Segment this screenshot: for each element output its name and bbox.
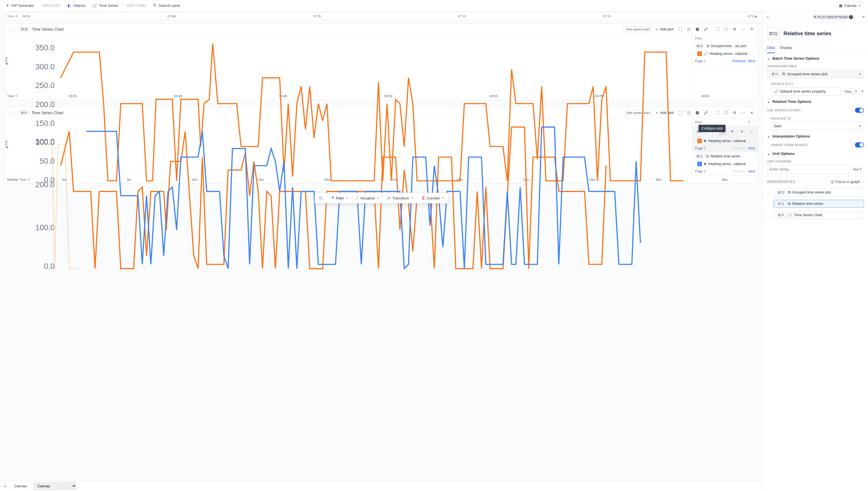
source-plot-type[interactable]: Time...▼ [842, 89, 859, 94]
edit-icon[interactable] [702, 25, 710, 33]
canvas-footer: ＋ Canvas Canvas [0, 481, 763, 491]
add-plot-button[interactable]: ＋Add plot [653, 26, 676, 33]
pager-prev[interactable]: Previous [733, 146, 746, 150]
add-tab-button[interactable]: ＋ [0, 481, 10, 491]
objects-button[interactable]: ◧ Objects [64, 2, 88, 9]
card-chip: $CM [19, 27, 30, 32]
use-source-extent-toggle[interactable] [855, 108, 864, 113]
edit-icon[interactable] [702, 109, 710, 117]
plot-series-row[interactable]: 1 ✥ Heading senso...national [692, 137, 758, 145]
inherit-source-toggle[interactable] [855, 142, 864, 147]
search-action[interactable] [315, 193, 327, 203]
pager-next[interactable]: Next [748, 169, 755, 173]
chart-title: Time Series Chart [32, 27, 64, 32]
plot-group-row[interactable]: $CS ⧉ Relative time series [692, 152, 758, 160]
plot-series-row[interactable]: 1 ✥ Heading senso...national [692, 160, 758, 168]
chevron-down-icon: ⌄ [767, 99, 770, 104]
close-icon[interactable]: ✕ [862, 15, 865, 19]
svg-point-16 [319, 197, 322, 199]
unit-type-select[interactable]: Text▼ [851, 167, 864, 172]
plot-group-row[interactable]: Configure plot $C... ⚙ 👁 ✕ ⌄ [692, 126, 758, 137]
tab-display[interactable]: Display [780, 42, 792, 53]
pager-next[interactable]: Next [748, 59, 755, 63]
section-unit[interactable]: ⌄Unit Options [767, 151, 864, 156]
time-series-icon: 📈 [92, 3, 97, 8]
width-icon[interactable]: ↔ [752, 120, 755, 124]
close-icon[interactable]: ✕ [748, 109, 756, 117]
close-icon[interactable]: ✕ [748, 25, 756, 33]
chart-plot-area[interactable]: ◀ 300.0200.0100.00.0 deg [5, 118, 692, 175]
canvas-tab[interactable]: Canvas [10, 481, 31, 491]
chevron-down-icon[interactable]: ⌄ [748, 127, 756, 136]
focus-in-graph[interactable]: ◎ Focus in graph ⌄ [831, 180, 864, 184]
configure-plot-tooltip: Configure plot [699, 125, 726, 132]
svg-text:200.0: 200.0 [35, 100, 55, 109]
eye-icon[interactable]: 👁 [728, 127, 736, 136]
dep-row[interactable]: ↑ $CO⧉Grouped time series plot [763, 187, 868, 198]
close-icon[interactable]: ✕ [738, 127, 746, 136]
search-icon [153, 3, 157, 8]
transform-table-select[interactable]: $CO ⧉ Grouped time series plot ▼ [767, 69, 864, 78]
group-icon: ⧉ [706, 154, 709, 158]
close-icon[interactable]: ✕ [861, 89, 864, 93]
ruler-next[interactable]: ▶ [754, 11, 758, 22]
tab-data[interactable]: Data [767, 42, 775, 53]
y-axis-label: deg [4, 57, 8, 62]
expand-icon[interactable]: ⛶ [713, 25, 722, 33]
chevron-down-icon: ⌄ [767, 134, 770, 138]
expand-icon[interactable]: ⛶ [713, 109, 722, 117]
dep-row[interactable]: $CQ⧉Relative time series [763, 198, 868, 209]
relative-to-select[interactable]: Start▼ [771, 122, 864, 130]
add-card-label: ADD CARD [124, 2, 149, 9]
back-button[interactable]: ← [766, 15, 770, 20]
y-axis-label: deg [4, 141, 8, 146]
panel-icon[interactable]: ◫ [685, 25, 693, 33]
drag-handle-icon[interactable]: ⋮⋮ [7, 27, 17, 31]
search-cards[interactable]: Search cards [150, 2, 183, 9]
source-plot-select[interactable]: 📈 Default time series property [771, 87, 841, 95]
present-icon[interactable]: 🖵 [722, 109, 730, 117]
pager-next[interactable]: Next [748, 146, 755, 150]
chart-plot-area[interactable]: ◀ 350.0300.0250.0200.0150.0100.050.00.0 … [5, 35, 692, 92]
transform-button[interactable]: ⇄Transform▼ [383, 193, 417, 203]
pager-prev[interactable]: Previous [733, 59, 746, 63]
more-icon[interactable]: ⋯ [739, 25, 747, 33]
visualize-button[interactable]: ⤴Visualize▼ [352, 193, 383, 203]
sparkle-icon: ✦ [5, 3, 10, 8]
section-relative[interactable]: ⌄Relative Time Options [767, 99, 864, 104]
gear-icon[interactable]: ⚙ [731, 25, 739, 33]
section-batch[interactable]: ⌄Batch Time Series Options [767, 56, 864, 60]
canvas-view-select[interactable]: ▦ Canvas ▼ [836, 2, 864, 9]
dependencies-header: DEPENDENCIES ◎ Focus in graph ⌄ [763, 176, 868, 187]
move-icon: ✥ [704, 139, 706, 143]
arrow-down-icon: ↓ [767, 213, 771, 218]
unit-override-input[interactable] [767, 165, 849, 174]
chart-type-pill[interactable]: Time series chart [623, 26, 652, 32]
help-icon[interactable]: ? [849, 15, 853, 19]
filter-button[interactable]: ⧩Filter▼ [327, 193, 353, 203]
series-swatch: 1 [697, 162, 702, 166]
group-icon: ⧉ [814, 15, 816, 19]
focus-icon[interactable] [676, 25, 684, 33]
dep-row[interactable]: ↓ $CP📈Time Series Chart [763, 209, 868, 221]
convert-icon: 🗄 [422, 196, 425, 200]
plots-panel: Plots ⧉ ↔ Configure plot $C... ⚙ 👁 [692, 118, 758, 175]
aip-generate-button[interactable]: ✦ AIP Generate [2, 2, 37, 9]
link-icon[interactable]: ⧉ [748, 120, 750, 124]
more-icon[interactable]: ⋯ [739, 109, 747, 117]
section-interp[interactable]: ⌄Interpolation Options [767, 134, 864, 138]
plot-group-row[interactable]: $CO ⧉ Grouped time ...ies plot [692, 42, 758, 50]
gear-icon[interactable]: ⚙ [731, 109, 739, 117]
plot-series-row[interactable]: 1 📈 Heading senso...national [692, 50, 758, 57]
time-series-button[interactable]: 📈 Time Series [89, 2, 121, 9]
canvas-select-footer[interactable]: Canvas [34, 482, 77, 490]
visualize-icon: ⤴ [356, 196, 358, 200]
present-icon[interactable]: 🖵 [722, 25, 730, 33]
download-icon[interactable] [694, 109, 701, 117]
gear-icon[interactable]: ⚙ [15, 15, 18, 18]
chart-card-cm: ⋮⋮ $CM Time Series Chart Time series cha… [4, 23, 758, 100]
canvas-area: Time ⚙ 06:5507 AM07:0507:1007:1507:20 ▶ … [0, 11, 763, 491]
download-icon[interactable] [694, 25, 701, 33]
pager-prev[interactable]: Previous [733, 169, 746, 173]
convert-button[interactable]: 🗄Convert▼ [417, 193, 448, 203]
